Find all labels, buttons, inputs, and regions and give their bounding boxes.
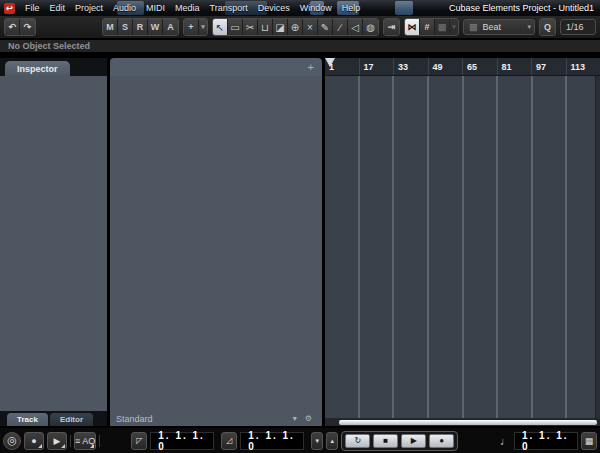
chevron-down-icon: ▾ [452, 23, 456, 31]
solo-all-button[interactable]: S [118, 19, 133, 35]
menu-item-midi[interactable]: MIDI [141, 2, 170, 14]
menu-item-help[interactable]: Help [337, 2, 366, 14]
prev-marker-button[interactable]: ▼ [311, 432, 323, 450]
automation-group: M S R W A [102, 18, 179, 36]
read-automation-button[interactable]: R [133, 19, 148, 35]
tool-play-button[interactable]: ◁ [348, 19, 363, 35]
redo-button[interactable]: ↷ [20, 19, 35, 35]
tool-glue-button[interactable]: ⊔ [258, 19, 273, 35]
autoscroll-follow-button[interactable]: ⇥ [384, 19, 399, 35]
tab-editor[interactable]: Editor [50, 413, 93, 426]
redo-icon: ↷ [24, 22, 32, 32]
menu-item-devices[interactable]: Devices [253, 2, 295, 14]
tool-draw-button[interactable]: ✎ [318, 19, 333, 35]
menu-item-window[interactable]: Window [295, 2, 337, 14]
autoscroll-dropdown-button[interactable]: ▾ [199, 19, 207, 35]
quantize-value: 1/16 [566, 22, 584, 32]
menu-item-media[interactable]: Media [170, 2, 205, 14]
tab-inspector[interactable]: Inspector [5, 61, 70, 76]
menu-item-project[interactable]: Project [70, 2, 108, 14]
chevron-down-icon: ▾ [527, 23, 531, 31]
mute-all-button[interactable]: M [103, 19, 118, 35]
snap-on-off-button[interactable]: ⋈ [405, 19, 420, 35]
add-track-button[interactable]: + [308, 61, 314, 73]
marker-up-icon: ▲ [329, 438, 335, 444]
tool-split-button[interactable]: ✂ [243, 19, 258, 35]
event-display-grid[interactable] [325, 76, 600, 418]
tool-range-selection-button[interactable]: ▭ [228, 19, 243, 35]
quantize-button[interactable]: Q [540, 19, 555, 35]
inspector-panel: Inspector Track Editor [0, 58, 107, 426]
transport-separator [70, 435, 71, 447]
tab-track[interactable]: Track [7, 413, 48, 426]
ruler-mark: 81 [502, 62, 512, 72]
grid-type-select[interactable]: ▦ Beat ▾ [463, 19, 535, 35]
chevron-down-icon[interactable]: ▾ [289, 414, 301, 423]
snap-grid-button[interactable]: # [420, 19, 435, 35]
track-list-panel: + Standard ▾ ⚙ [110, 58, 322, 426]
track-list-body[interactable] [110, 76, 322, 411]
automation-panel-button[interactable]: A [163, 19, 178, 35]
project-cursor-handle[interactable] [325, 58, 335, 67]
ruler-mark: 113 [571, 62, 586, 72]
inspector-body[interactable] [0, 76, 107, 411]
gear-icon[interactable]: ⚙ [301, 414, 316, 423]
metronome-pattern-button[interactable]: ▦ [581, 432, 597, 450]
quantize-preset-select[interactable]: 1/16 [560, 19, 596, 35]
stationary-cursor-button[interactable]: + [184, 19, 199, 35]
menu-item-edit[interactable]: Edit [45, 2, 71, 14]
cubase-logo-icon: ↩ [4, 3, 15, 14]
right-locator-display[interactable]: 1. 1. 1. 0 [240, 432, 304, 450]
tool-line-button[interactable]: ∕ [333, 19, 348, 35]
ruler-mark: 49 [433, 62, 443, 72]
glue-icon: ⊔ [261, 22, 269, 33]
tool-mute-button[interactable]: × [303, 19, 318, 35]
record-button[interactable]: ● [429, 434, 454, 448]
chevron-down-icon: ▾ [201, 23, 205, 31]
menu-item-audio[interactable]: Audio [108, 2, 141, 14]
snap-icon: ⋈ [408, 22, 417, 32]
position-display[interactable]: 1. 1. 1. 0 [514, 432, 578, 450]
vertical-scrollbar[interactable] [595, 76, 600, 418]
tool-object-selection-button[interactable]: ↖ [213, 19, 228, 35]
timeline-ruler[interactable]: 1 17 33 49 65 81 97 113 [325, 58, 600, 76]
ruler-cell: 33 [393, 58, 428, 75]
cycle-button[interactable]: ↻ [345, 434, 370, 448]
activity-dial-button[interactable]: ◎ [3, 432, 21, 450]
ruler-cell: 49 [428, 58, 463, 75]
track-scale-select[interactable]: Standard [116, 414, 289, 424]
goto-left-locator-button[interactable]: ◸ [131, 432, 147, 450]
undo-button[interactable]: ↶ [5, 19, 20, 35]
event-display-area: 1 17 33 49 65 81 97 113 [325, 58, 600, 426]
tool-zoom-button[interactable]: ⊕ [288, 19, 303, 35]
ruler-mark: 17 [364, 62, 374, 72]
write-automation-button[interactable]: W [148, 19, 163, 35]
corner-dropdown-icon [38, 444, 42, 448]
range-selection-icon: ▭ [230, 22, 239, 33]
grid-quantize-icon: # [424, 22, 429, 32]
aq-lines-icon: ≡ [75, 436, 80, 446]
menu-item-transport[interactable]: Transport [205, 2, 253, 14]
goto-right-locator-button[interactable]: ◿ [221, 432, 237, 450]
play-mode-button[interactable]: ▶ [47, 432, 67, 450]
tool-color-button[interactable]: ◍ [363, 19, 378, 35]
speaker-icon: ◁ [351, 22, 359, 33]
grid-type-value: Beat [483, 22, 525, 32]
play-button[interactable]: ▶ [401, 434, 426, 448]
grid-column [325, 76, 358, 418]
info-line: No Object Selected [0, 40, 600, 55]
left-locator-display[interactable]: 1. 1. 1. 0 [150, 432, 214, 450]
dial-icon: ◎ [7, 434, 17, 447]
horizontal-scrollbar[interactable] [325, 418, 600, 426]
record-mode-button[interactable]: ● [24, 432, 44, 450]
inspector-tab-row: Inspector [0, 58, 107, 76]
cubase-window: ↩ File Edit Project Audio MIDI Media Tra… [0, 0, 600, 453]
auto-quantize-button[interactable]: ≡AQ [74, 432, 96, 450]
horizontal-scrollbar-thumb[interactable] [339, 420, 597, 425]
next-marker-button[interactable]: ▲ [326, 432, 338, 450]
tool-erase-button[interactable]: ◪ [273, 19, 288, 35]
record-icon: ● [439, 436, 444, 445]
note-icon: ♩ [500, 435, 511, 447]
menu-item-file[interactable]: File [20, 2, 45, 14]
stop-button[interactable]: ■ [373, 434, 398, 448]
